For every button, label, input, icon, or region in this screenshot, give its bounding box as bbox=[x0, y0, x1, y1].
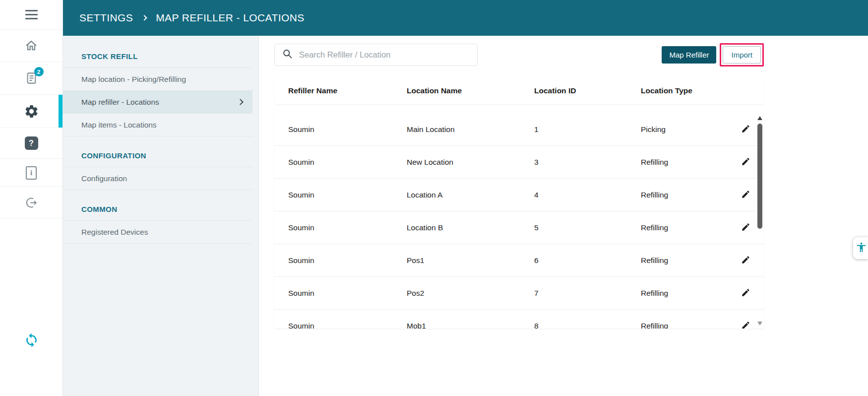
subnav-item-registered-devices[interactable]: Registered Devices bbox=[63, 221, 252, 244]
cell-location-type: Refilling bbox=[641, 191, 734, 199]
cell-refiller-name: Soumin bbox=[274, 256, 407, 265]
subnav-item-map-location[interactable]: Map location - Picking/Refilling bbox=[63, 68, 252, 91]
settings-gear-icon bbox=[24, 104, 39, 119]
cell-location-type: Refilling bbox=[641, 223, 734, 232]
edit-pencil-icon bbox=[741, 255, 750, 266]
edit-pencil-icon bbox=[741, 190, 750, 200]
cell-location-type: Picking bbox=[641, 125, 734, 134]
breadcrumb-chevron-icon bbox=[142, 15, 147, 20]
subnav-item-label: Configuration bbox=[81, 174, 127, 183]
help-icon: ? bbox=[25, 136, 38, 150]
home-icon bbox=[24, 39, 38, 53]
accessibility-widget[interactable] bbox=[853, 237, 868, 259]
subnav-item-configuration[interactable]: Configuration bbox=[63, 167, 252, 190]
cell-location-name: Location B bbox=[407, 223, 534, 232]
annotation-highlight: Import bbox=[720, 43, 764, 66]
orders-badge: 2 bbox=[34, 67, 44, 76]
sidebar-item-settings[interactable] bbox=[0, 95, 62, 128]
app-root: 2 ? i bbox=[0, 0, 868, 396]
cell-refiller-name: Soumin bbox=[274, 125, 407, 134]
info-icon: i bbox=[26, 166, 37, 180]
logout-icon bbox=[25, 196, 38, 209]
cell-location-id: 8 bbox=[534, 322, 641, 329]
edit-row-button[interactable] bbox=[739, 319, 752, 329]
sidebar-item-orders[interactable]: 2 bbox=[0, 62, 62, 95]
column-header-location-name: Location Name bbox=[407, 86, 534, 95]
scroll-up-arrow-icon[interactable] bbox=[757, 116, 762, 120]
subnav-item-label: Map location - Picking/Refilling bbox=[81, 75, 186, 84]
cell-location-type: Refilling bbox=[641, 322, 734, 329]
column-header-location-type: Location Type bbox=[641, 86, 734, 95]
cell-location-type: Refilling bbox=[641, 158, 734, 167]
subnav-heading-configuration: CONFIGURATION bbox=[63, 151, 258, 167]
table-row: Soumin Location A 4 Refilling bbox=[274, 179, 764, 211]
cell-location-type: Refilling bbox=[641, 256, 734, 265]
subnav-item-label: Map items - Locations bbox=[81, 121, 157, 130]
edit-row-button[interactable] bbox=[739, 253, 752, 268]
edit-pencil-icon bbox=[741, 222, 750, 233]
top-header: SETTINGS MAP REFILLER - LOCATIONS bbox=[63, 0, 868, 36]
scrollbar-thumb[interactable] bbox=[757, 124, 762, 229]
cell-location-name: Pos2 bbox=[407, 289, 534, 298]
edit-row-button[interactable] bbox=[739, 220, 752, 235]
table-row: Soumin Location B 5 Refilling bbox=[274, 211, 764, 244]
cell-location-id: 1 bbox=[534, 125, 641, 134]
edit-pencil-icon bbox=[741, 321, 750, 329]
accessibility-icon bbox=[856, 242, 867, 255]
table-scrollbar[interactable] bbox=[756, 115, 763, 327]
breadcrumb-settings[interactable]: SETTINGS bbox=[79, 12, 133, 24]
subnav-item-label: Map refiller - Locations bbox=[81, 98, 159, 107]
map-refiller-button[interactable]: Map Refiller bbox=[662, 46, 716, 64]
cell-refiller-name: Soumin bbox=[274, 322, 407, 329]
page-title: MAP REFILLER - LOCATIONS bbox=[156, 12, 304, 24]
sync-icon bbox=[24, 332, 39, 350]
edit-pencil-icon bbox=[741, 124, 750, 135]
subnav-item-map-items[interactable]: Map items - Locations bbox=[63, 114, 252, 136]
table-header: Refiller Name Location Name Location ID … bbox=[274, 77, 764, 104]
sidebar-item-home[interactable] bbox=[0, 30, 62, 62]
table-row: Soumin Pos1 6 Refilling bbox=[274, 244, 764, 277]
sync-button[interactable] bbox=[0, 332, 62, 350]
edit-row-button[interactable] bbox=[739, 122, 752, 137]
table-row: Soumin Pos2 7 Refilling bbox=[274, 277, 764, 310]
cell-location-id: 4 bbox=[534, 191, 641, 199]
cell-location-name: New Location bbox=[407, 158, 534, 167]
table-row: Soumin Main Location 1 Picking bbox=[274, 113, 764, 146]
sidebar-item-help[interactable]: ? bbox=[0, 128, 62, 159]
icon-sidebar: 2 ? i bbox=[0, 0, 63, 396]
column-header-location-id: Location ID bbox=[534, 86, 641, 95]
cell-refiller-name: Soumin bbox=[274, 158, 407, 167]
subnav-heading-common: COMMON bbox=[63, 205, 258, 220]
search-box bbox=[274, 44, 478, 66]
import-button[interactable]: Import bbox=[723, 46, 761, 64]
table-row: Soumin New Location 3 Refilling bbox=[274, 146, 764, 179]
hamburger-icon bbox=[25, 10, 38, 19]
sidebar-item-info[interactable]: i bbox=[0, 159, 62, 187]
cell-location-name: Location A bbox=[407, 191, 534, 199]
cell-location-name: Mob1 bbox=[407, 322, 534, 329]
subnav-heading-stock-refill: STOCK REFILL bbox=[63, 52, 258, 67]
cell-location-name: Main Location bbox=[407, 125, 534, 134]
sidebar-item-logout[interactable] bbox=[0, 187, 62, 218]
chevron-right-icon bbox=[237, 99, 244, 105]
cell-location-id: 3 bbox=[534, 158, 641, 167]
cell-location-type: Refilling bbox=[641, 289, 734, 298]
settings-subnav: STOCK REFILL Map location - Picking/Refi… bbox=[63, 36, 259, 396]
orders-icon: 2 bbox=[25, 71, 38, 85]
menu-button[interactable] bbox=[0, 0, 62, 30]
subnav-item-label: Registered Devices bbox=[81, 228, 148, 237]
cell-location-id: 7 bbox=[534, 289, 641, 298]
subnav-item-map-refiller[interactable]: Map refiller - Locations bbox=[63, 91, 252, 114]
cell-location-id: 6 bbox=[534, 256, 641, 265]
edit-row-button[interactable] bbox=[739, 188, 752, 202]
edit-pencil-icon bbox=[741, 157, 750, 168]
search-icon bbox=[282, 49, 293, 61]
cell-refiller-name: Soumin bbox=[274, 191, 407, 199]
edit-row-button[interactable] bbox=[739, 286, 752, 301]
edit-row-button[interactable] bbox=[739, 155, 752, 170]
scroll-down-arrow-icon[interactable] bbox=[757, 322, 762, 326]
cell-location-id: 5 bbox=[534, 223, 641, 232]
cell-refiller-name: Soumin bbox=[274, 289, 407, 298]
search-input[interactable] bbox=[299, 50, 470, 60]
column-header-refiller-name: Refiller Name bbox=[274, 86, 407, 95]
